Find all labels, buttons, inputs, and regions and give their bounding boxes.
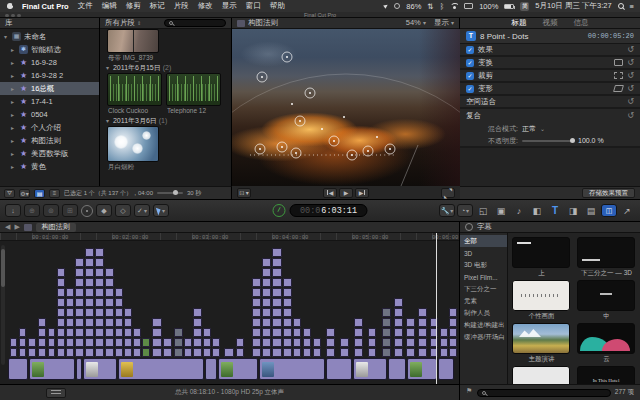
storyline-clip[interactable]: [118, 358, 204, 380]
timeline-clip[interactable]: [184, 338, 192, 347]
timeline-clip[interactable]: [105, 308, 114, 317]
timeline-clip[interactable]: [262, 318, 271, 327]
timeline-clip[interactable]: [252, 278, 261, 287]
display-popup-button[interactable]: 显示 ▾: [434, 18, 454, 28]
timeline-clip[interactable]: [115, 338, 123, 347]
reset-icon[interactable]: ↺: [627, 71, 634, 80]
disclosure-triangle-icon[interactable]: ▸: [11, 85, 16, 92]
timeline-clip[interactable]: [105, 348, 114, 357]
timeline-clip[interactable]: [48, 348, 55, 357]
marker-button[interactable]: ◆: [96, 204, 112, 217]
sidebar-item[interactable]: ▸★17-4-1: [0, 95, 99, 108]
timeline-clip[interactable]: [95, 318, 104, 327]
timeline-clip[interactable]: [75, 348, 84, 357]
timeline-clip[interactable]: [105, 288, 114, 297]
disclosure-triangle-icon[interactable]: ▸: [11, 46, 16, 53]
list-view-button[interactable]: ≡: [49, 189, 60, 198]
timeline-clip[interactable]: [184, 348, 192, 357]
timeline-clip[interactable]: [354, 328, 363, 337]
timeline-clip[interactable]: [236, 348, 244, 357]
inspector-section-row[interactable]: ✓变换↺: [460, 57, 640, 70]
timeline-clip[interactable]: [283, 318, 292, 327]
timeline-clip[interactable]: [48, 328, 55, 337]
inspector-section-row[interactable]: ✓效果↺: [460, 44, 640, 57]
timeline-clip[interactable]: [85, 308, 94, 317]
reset-icon[interactable]: ↺: [627, 58, 634, 67]
timeline-clip[interactable]: [262, 328, 271, 337]
opacity-value[interactable]: 100.0 %: [578, 137, 604, 144]
timeline-clip[interactable]: [75, 258, 84, 267]
timeline-clip[interactable]: [142, 338, 150, 347]
menubar-menu-item[interactable]: 文件: [78, 1, 93, 11]
timeline-clip[interactable]: [303, 338, 311, 347]
timeline-clip[interactable]: [163, 338, 172, 347]
timeline-clip[interactable]: [19, 348, 26, 357]
timeline-clip[interactable]: [418, 308, 427, 317]
opacity-slider[interactable]: [522, 140, 574, 142]
timeline-clip[interactable]: [406, 338, 415, 347]
timeline-clip[interactable]: [224, 348, 234, 357]
timeline-clip[interactable]: [66, 338, 74, 347]
timeline-clip[interactable]: [382, 348, 391, 357]
timeline-back-button[interactable]: ◀: [5, 223, 10, 231]
filter-button[interactable]: ⛛: [4, 189, 15, 198]
menubar-privacy-icon[interactable]: [394, 3, 400, 9]
timeline-clip[interactable]: [57, 268, 65, 277]
timeline-clip[interactable]: [368, 338, 376, 347]
share-button[interactable]: ↗: [619, 204, 635, 217]
checkbox-checked-icon[interactable]: ✓: [466, 72, 474, 80]
disclosure-triangle-icon[interactable]: ▸: [11, 163, 16, 170]
storyline-clip[interactable]: [353, 358, 387, 380]
disclosure-triangle-icon[interactable]: ▸: [11, 150, 16, 157]
timeline-clip[interactable]: [382, 318, 391, 327]
timeline-clip[interactable]: [283, 348, 292, 357]
timeline-clip[interactable]: [418, 348, 427, 357]
timeline-clip[interactable]: [283, 338, 292, 347]
reset-icon[interactable]: ↺: [627, 111, 634, 120]
menubar-spotlight-icon[interactable]: [618, 3, 624, 9]
timeline-clip[interactable]: [75, 328, 84, 337]
marker-todo-button[interactable]: ◇: [115, 204, 131, 217]
date-group-header[interactable]: ▾ 2011年3月6日 (1): [106, 116, 167, 126]
timeline-clip[interactable]: [262, 268, 271, 277]
play-button[interactable]: ▶: [339, 188, 353, 198]
title-template-thumbnail[interactable]: [512, 280, 570, 311]
inspector-section-row[interactable]: ✓裁剪↺: [460, 70, 640, 83]
previous-frame-button[interactable]: ◀: [323, 188, 337, 198]
storyline-clip[interactable]: [326, 358, 352, 380]
timeline-clip[interactable]: [38, 348, 46, 357]
timeline-clip[interactable]: [57, 278, 65, 287]
title-template-thumbnail[interactable]: [512, 237, 570, 268]
audio-meter-icon[interactable]: [273, 204, 286, 217]
zoom-popup-button[interactable]: 54% ▾: [406, 18, 426, 28]
next-frame-button[interactable]: ▶: [355, 188, 369, 198]
menubar-input-method-icon[interactable]: 简: [520, 2, 529, 11]
timeline-clip[interactable]: [382, 338, 391, 347]
timeline-clip[interactable]: [124, 338, 132, 347]
timeline-clip[interactable]: [262, 338, 271, 347]
timeline-clip[interactable]: [313, 338, 321, 347]
timeline-clip[interactable]: [340, 338, 349, 347]
sidebar-item[interactable]: ▸★构图法则: [0, 134, 99, 147]
disclosure-triangle-icon[interactable]: ▸: [11, 111, 16, 118]
timeline-clip[interactable]: [66, 348, 74, 357]
title-template-thumbnail[interactable]: [512, 323, 570, 354]
timeline-clip[interactable]: [272, 308, 282, 317]
timeline-clip[interactable]: [449, 348, 457, 357]
browser-toggle-button[interactable]: ◫: [601, 204, 617, 217]
timeline-clip[interactable]: [272, 288, 282, 297]
timeline-clip[interactable]: [19, 328, 26, 337]
timeline-clip[interactable]: [262, 348, 271, 357]
enhancements-popup-button[interactable]: 🔧▾: [439, 204, 455, 217]
menubar-wifi-icon[interactable]: [450, 3, 458, 9]
menubar-menu-item[interactable]: 窗口: [246, 1, 261, 11]
timeline-clip[interactable]: [193, 328, 202, 337]
timeline-clip[interactable]: [440, 328, 448, 337]
timeline-clip[interactable]: [193, 308, 202, 317]
crop-icon[interactable]: [614, 72, 623, 79]
storyline-clip[interactable]: [83, 358, 117, 380]
connect-clip-button[interactable]: ◱: [475, 204, 491, 217]
browser-clip-thumbnail[interactable]: [107, 126, 159, 162]
timeline-clip[interactable]: [38, 318, 46, 327]
save-effects-preset-button[interactable]: 存储效果预置: [582, 188, 635, 198]
